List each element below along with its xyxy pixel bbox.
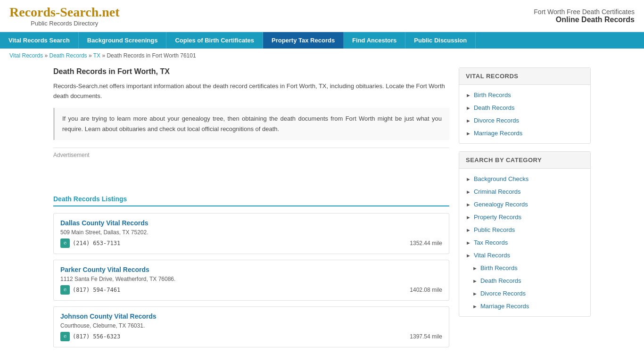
breadcrumb-sep1: » <box>45 52 50 59</box>
nav-find-ancestors[interactable]: Find Ancestors <box>344 32 405 49</box>
sidebar-link-sub-marriage-records[interactable]: ► Marriage Records <box>459 300 590 313</box>
sidebar-link-sub-marriage-records-label: Marriage Records <box>480 303 529 310</box>
sidebar-link-criminal-records[interactable]: ► Criminal Records <box>459 185 590 198</box>
arrow-icon: ► <box>466 214 471 220</box>
sidebar-link-marriage-records-label: Marriage Records <box>474 130 522 137</box>
arrow-icon: ► <box>466 202 471 207</box>
sidebar-link-birth-records-label: Birth Records <box>474 91 511 99</box>
arrow-icon: ► <box>466 253 471 258</box>
sidebar-link-death-records-label: Death Records <box>474 104 515 111</box>
breadcrumb-sep3: » <box>102 52 107 59</box>
breadcrumb: Vital Records » Death Records » TX » Dea… <box>0 49 644 63</box>
listing-phone-2: ✆ (817) 594-7461 <box>60 285 120 295</box>
listing-phone-1: ✆ (214) 653-7131 <box>60 239 120 248</box>
listing-distance-3: 1397.54 mile <box>410 333 442 340</box>
sidebar-vital-records-title: VITAL RECORDS <box>459 68 590 85</box>
arrow-icon: ► <box>466 131 471 136</box>
arrow-icon: ► <box>466 92 471 98</box>
nav-vital-records-search[interactable]: Vital Records Search <box>0 32 79 49</box>
sidebar-link-sub-divorce-records[interactable]: ► Divorce Records <box>459 287 590 300</box>
listing-address-3: Courthouse, Cleburne, TX 76031. <box>60 322 442 329</box>
sidebar-link-background-checks[interactable]: ► Background Checks <box>459 173 590 185</box>
listing-bottom-3: ✆ (817) 556-6323 1397.54 mile <box>60 332 442 341</box>
breadcrumb-current: Death Records in Fort Worth 76101 <box>107 52 196 59</box>
sidebar-link-sub-birth-records-label: Birth Records <box>480 264 518 272</box>
header-title2: Online Death Records <box>534 16 635 24</box>
sidebar-link-property-records-label: Property Records <box>474 214 521 221</box>
sidebar-link-public-records-label: Public Records <box>474 226 515 233</box>
listing-name-1[interactable]: Dallas County Vital Records <box>60 219 442 227</box>
ad-label: Advertisement <box>53 148 449 158</box>
listing-address-2: 1112 Santa Fe Drive, Weatherford, TX 760… <box>60 276 442 282</box>
listing-card-3: Johnson County Vital Records Courthouse,… <box>53 306 449 347</box>
arrow-icon: ► <box>466 240 471 246</box>
arrow-icon: ► <box>466 227 471 233</box>
breadcrumb-tx[interactable]: TX <box>93 52 100 59</box>
logo-subtitle: Public Records Directory <box>9 20 120 27</box>
sidebar: VITAL RECORDS ► Birth Records ► Death Re… <box>459 67 591 353</box>
sidebar-link-sub-birth-records[interactable]: ► Birth Records <box>459 262 590 274</box>
sidebar-link-public-records[interactable]: ► Public Records <box>459 223 590 236</box>
listing-distance-1: 1352.44 mile <box>410 240 442 247</box>
phone-icon-1: ✆ <box>60 239 70 248</box>
listing-phone-text-2: (817) 594-7461 <box>73 287 120 293</box>
breadcrumb-death-records[interactable]: Death Records <box>50 52 87 59</box>
listing-name-2[interactable]: Parker County Vital Records <box>60 266 442 273</box>
breadcrumb-sep2: » <box>89 52 93 59</box>
logo-text[interactable]: Records-Search.net <box>9 5 120 20</box>
sidebar-link-sub-death-records[interactable]: ► Death Records <box>459 274 590 287</box>
nav-copies-birth-certificates[interactable]: Copies of Birth Certificates <box>166 32 263 49</box>
logo-area: Records-Search.net Public Records Direct… <box>9 5 120 27</box>
sidebar-link-background-checks-label: Background Checks <box>474 175 528 182</box>
nav-property-tax-records[interactable]: Property Tax Records <box>263 32 344 49</box>
arrow-icon: ► <box>466 105 471 111</box>
sidebar-link-birth-records[interactable]: ► Birth Records <box>459 89 590 101</box>
phone-icon-2: ✆ <box>60 285 70 295</box>
main-content: Death Records in Fort Worth, TX Records-… <box>53 67 449 353</box>
sidebar-search-by-category: SEARCH BY CATEGORY ► Background Checks ►… <box>459 151 591 317</box>
nav-background-screenings[interactable]: Background Screenings <box>79 32 167 49</box>
arrow-icon: ► <box>472 304 478 309</box>
header-right: Fort Worth Free Death Certificates Onlin… <box>534 8 635 24</box>
main-nav: Vital Records Search Background Screenin… <box>0 32 644 49</box>
blockquote-box: If you are trying to learn more about yo… <box>53 108 449 140</box>
arrow-icon: ► <box>472 291 478 296</box>
sidebar-link-sub-death-records-label: Death Records <box>480 277 521 284</box>
sidebar-vital-records-links: ► Birth Records ► Death Records ► Divorc… <box>459 85 590 143</box>
arrow-icon: ► <box>466 176 471 182</box>
breadcrumb-vital-records[interactable]: Vital Records <box>9 52 43 59</box>
sidebar-link-vital-records-label: Vital Records <box>474 252 510 259</box>
listing-distance-2: 1402.08 mile <box>410 287 442 293</box>
phone-icon-3: ✆ <box>60 332 70 341</box>
sidebar-link-death-records[interactable]: ► Death Records <box>459 101 590 114</box>
sidebar-link-criminal-records-label: Criminal Records <box>474 188 521 195</box>
listing-card-1: Dallas County Vital Records 509 Main Str… <box>53 213 449 254</box>
sidebar-link-divorce-records-label: Divorce Records <box>474 117 519 124</box>
sidebar-link-genealogy-records[interactable]: ► Genealogy Records <box>459 198 590 211</box>
listing-card-2: Parker County Vital Records 1112 Santa F… <box>53 260 449 301</box>
sidebar-link-marriage-records[interactable]: ► Marriage Records <box>459 127 590 140</box>
sidebar-link-vital-records[interactable]: ► Vital Records <box>459 249 590 262</box>
listing-phone-text-1: (214) 653-7131 <box>73 240 120 247</box>
listings-header: Death Records Listings <box>53 195 449 206</box>
sidebar-link-genealogy-records-label: Genealogy Records <box>474 201 528 208</box>
arrow-icon: ► <box>466 118 471 123</box>
sidebar-vital-records: VITAL RECORDS ► Birth Records ► Death Re… <box>459 67 591 144</box>
listing-name-3[interactable]: Johnson County Vital Records <box>60 313 442 320</box>
arrow-icon: ► <box>472 278 478 284</box>
header: Records-Search.net Public Records Direct… <box>0 0 644 32</box>
sidebar-link-divorce-records[interactable]: ► Divorce Records <box>459 114 590 127</box>
ad-space <box>53 162 449 190</box>
nav-public-discussion[interactable]: Public Discussion <box>405 32 476 49</box>
listing-phone-text-3: (817) 556-6323 <box>73 333 120 340</box>
listing-address-1: 509 Main Street, Dallas, TX 75202. <box>60 229 442 236</box>
page-title: Death Records in Fort Worth, TX <box>53 67 449 76</box>
sidebar-link-property-records[interactable]: ► Property Records <box>459 211 590 223</box>
blockquote-text: If you are trying to learn more about yo… <box>62 115 442 132</box>
intro-text: Records-Search.net offers important info… <box>53 82 449 101</box>
sidebar-link-sub-divorce-records-label: Divorce Records <box>480 290 526 297</box>
header-title1: Fort Worth Free Death Certificates <box>534 8 635 16</box>
sidebar-link-tax-records-label: Tax Records <box>474 239 508 246</box>
sidebar-link-tax-records[interactable]: ► Tax Records <box>459 236 590 249</box>
arrow-icon: ► <box>466 189 471 195</box>
